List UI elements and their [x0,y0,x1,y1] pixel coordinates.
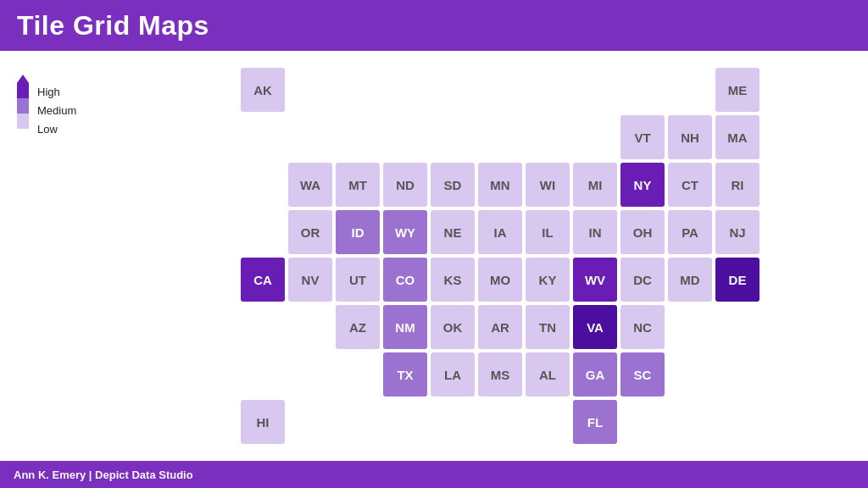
tile-ut: UT [336,258,380,302]
tile-empty [668,400,712,444]
tile-wi: WI [526,163,570,207]
tile-empty [526,400,570,444]
tile-me: ME [715,68,760,112]
tile-empty [288,115,332,159]
tile-empty [431,68,475,112]
tile-empty [573,115,617,159]
tile-ia: IA [478,210,522,254]
tile-ri: RI [715,163,760,207]
tile-empty [288,400,332,444]
tile-empty [193,163,237,207]
tile-grid-map: AKMEVTNHMAWAMTNDSDMNWIMINYCTRIORIDWYNEIA… [102,59,851,452]
tile-pa: PA [668,210,712,254]
tile-hi: HI [241,400,285,444]
tile-sd: SD [431,163,475,207]
tile-empty [478,400,522,444]
tile-wa: WA [288,163,332,207]
tile-empty [288,68,332,112]
tile-empty [383,400,427,444]
tile-empty [241,115,285,159]
tile-tx: TX [383,352,427,396]
tile-il: IL [526,210,570,254]
tile-ky: KY [526,258,570,302]
tile-ga: GA [573,352,617,396]
tile-ca: CA [241,258,285,302]
tile-empty [478,115,522,159]
tile-empty [241,163,285,207]
tile-empty [383,68,427,112]
tile-empty [193,352,237,396]
tile-empty [715,305,760,349]
tile-va: VA [573,305,617,349]
tile-grid: AKMEVTNHMAWAMTNDSDMNWIMINYCTRIORIDWYNEIA… [193,68,760,444]
tile-empty [288,305,332,349]
legend: High Medium Low [17,59,93,452]
tile-empty [336,400,380,444]
tile-wy: WY [383,210,427,254]
tile-ks: KS [431,258,475,302]
tile-empty [526,115,570,159]
tile-empty [241,352,285,396]
tile-ma: MA [715,115,760,159]
tile-mi: MI [573,163,617,207]
tile-empty [193,258,237,302]
tile-mn: MN [478,163,522,207]
tile-fl: FL [573,400,617,444]
tile-empty [715,400,760,444]
tile-nd: ND [383,163,427,207]
tile-empty [478,68,522,112]
tile-oh: OH [620,210,665,254]
tile-empty [193,210,237,254]
tile-id: ID [336,210,380,254]
tile-de: DE [715,258,760,302]
tile-empty [193,400,237,444]
tile-md: MD [668,258,712,302]
main-content: High Medium Low AKMEVTNHMAWAMTNDSDMNWIMI… [0,51,868,461]
tile-ny: NY [620,163,665,207]
tile-ne: NE [431,210,475,254]
legend-medium-label: Medium [37,102,76,120]
tile-nm: NM [383,305,427,349]
tile-az: AZ [336,305,380,349]
tile-empty [431,115,475,159]
tile-empty [668,68,712,112]
tile-empty [193,305,237,349]
tile-nv: NV [288,258,332,302]
tile-ms: MS [478,352,522,396]
tile-nc: NC [620,305,665,349]
tile-ok: OK [431,305,475,349]
tile-empty [668,352,712,396]
tile-or: OR [288,210,332,254]
tile-empty [620,68,665,112]
legend-low-label: Low [37,120,76,139]
tile-empty [620,400,665,444]
tile-empty [573,68,617,112]
page-title: Tile Grid Maps [17,10,209,42]
page-header: Tile Grid Maps [0,0,868,51]
tile-empty [241,210,285,254]
tile-al: AL [526,352,570,396]
page-footer: Ann K. Emery | Depict Data Studio [0,461,868,488]
tile-empty [193,115,237,159]
tile-dc: DC [620,258,665,302]
tile-empty [431,400,475,444]
legend-high-label: High [37,83,76,102]
tile-empty [336,68,380,112]
tile-empty [526,68,570,112]
tile-ak: AK [241,68,285,112]
tile-empty [288,352,332,396]
tile-nj: NJ [715,210,760,254]
tile-empty [336,115,380,159]
tile-empty [715,352,760,396]
tile-ar: AR [478,305,522,349]
tile-co: CO [383,258,427,302]
tile-mt: MT [336,163,380,207]
tile-wv: WV [573,258,617,302]
tile-vt: VT [620,115,665,159]
tile-empty [383,115,427,159]
tile-empty [668,305,712,349]
tile-nh: NH [668,115,712,159]
tile-empty [193,68,237,112]
tile-mo: MO [478,258,522,302]
tile-sc: SC [620,352,665,396]
